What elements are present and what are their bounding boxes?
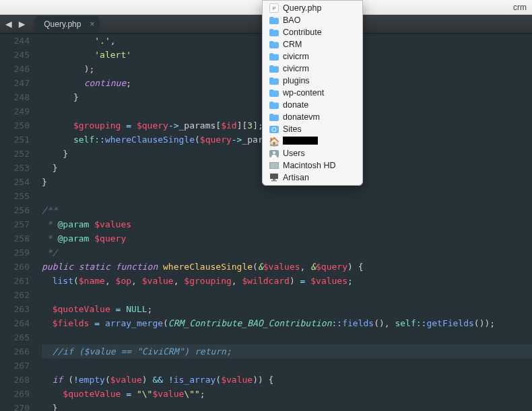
svg-rect-7 xyxy=(271,180,277,182)
folder-icon xyxy=(269,52,279,61)
line-number: 259 xyxy=(0,246,30,260)
code-line[interactable] xyxy=(42,330,532,344)
svg-rect-4 xyxy=(269,162,279,169)
svg-rect-5 xyxy=(270,174,278,179)
line-number: 250 xyxy=(0,118,30,133)
line-number: 254 xyxy=(0,175,30,189)
folder-icon xyxy=(269,112,279,122)
path-popup-item[interactable]: Sites xyxy=(263,123,362,135)
titlebar-right-text: crm xyxy=(513,3,527,12)
path-popup-item[interactable]: Contribute xyxy=(263,26,362,38)
line-number: 248 xyxy=(0,90,30,104)
code-line[interactable]: $fields = array_merge(CRM_Contribute_BAO… xyxy=(42,316,532,330)
path-popup-item[interactable]: civicrm xyxy=(263,63,362,75)
code-line[interactable] xyxy=(42,189,532,203)
hd-icon xyxy=(269,161,279,170)
home-icon: 🏠 xyxy=(269,137,279,146)
path-popup-label: Macintosh HD xyxy=(283,161,336,170)
path-popup-label xyxy=(283,137,318,147)
line-number: 253 xyxy=(0,161,30,175)
folder-icon xyxy=(269,15,279,25)
path-popup-item[interactable]: plugins xyxy=(263,75,362,87)
path-popup-item[interactable]: Macintosh HD xyxy=(263,159,362,172)
line-number: 268 xyxy=(0,373,30,387)
line-number: 244 xyxy=(0,34,30,48)
path-popup-item[interactable]: wp-content xyxy=(263,87,362,99)
path-popup-item[interactable]: CRM xyxy=(263,38,362,50)
line-number-gutter: 2442452462472482492502512522532542552562… xyxy=(0,34,42,411)
line-number: 267 xyxy=(0,359,30,373)
tab-active[interactable]: Query.php × xyxy=(34,16,100,32)
users-icon xyxy=(269,149,279,158)
line-number: 247 xyxy=(0,76,30,90)
line-number: 257 xyxy=(0,217,30,231)
nav-back-icon[interactable]: ◀ xyxy=(3,17,15,30)
svg-rect-0 xyxy=(269,126,279,133)
line-number: 245 xyxy=(0,48,30,62)
tab-label: Query.php xyxy=(44,20,81,29)
mon-icon xyxy=(269,173,279,182)
line-number: 269 xyxy=(0,387,30,401)
path-popup-label: Query.php xyxy=(283,3,321,13)
svg-point-3 xyxy=(273,151,275,154)
path-popup-item[interactable]: 🏠 xyxy=(263,135,362,147)
line-number: 252 xyxy=(0,147,30,161)
line-number: 262 xyxy=(0,288,30,302)
path-popup-label: Sites xyxy=(283,124,302,134)
sites-icon xyxy=(269,124,279,134)
nav-arrows: ◀ ▶ xyxy=(3,17,28,30)
code-line[interactable]: $quoteValue = NULL; xyxy=(42,302,532,316)
php-icon: P xyxy=(269,3,279,13)
path-popup-item[interactable]: BAO xyxy=(263,14,362,26)
code-line[interactable]: if (!empty($value) && !is_array($value))… xyxy=(42,373,532,387)
line-number: 265 xyxy=(0,330,30,344)
line-number: 251 xyxy=(0,133,30,147)
path-popup-label: civicrm xyxy=(283,52,309,61)
path-popup-item[interactable]: Users xyxy=(263,147,362,159)
path-popup[interactable]: PQuery.phpBAOContributeCRMcivicrmcivicrm… xyxy=(262,0,363,186)
folder-icon xyxy=(269,100,279,110)
line-number: 246 xyxy=(0,62,30,76)
code-line[interactable]: * @param $values xyxy=(42,217,532,231)
path-popup-label: CRM xyxy=(283,40,302,49)
code-line[interactable]: $quoteValue = "\"$value\""; xyxy=(42,387,532,401)
path-popup-item[interactable]: PQuery.php xyxy=(263,2,362,14)
path-popup-label: Contribute xyxy=(283,28,322,37)
path-popup-item[interactable]: civicrm xyxy=(263,50,362,63)
line-number: 249 xyxy=(0,104,30,118)
folder-icon xyxy=(269,28,279,37)
path-popup-label: wp-content xyxy=(283,88,324,98)
code-line[interactable]: list($name, $op, $value, $grouping, $wil… xyxy=(42,274,532,288)
path-popup-label: donatevm xyxy=(283,112,320,122)
folder-icon xyxy=(269,76,279,85)
svg-rect-6 xyxy=(273,179,275,180)
folder-icon xyxy=(269,64,279,73)
path-popup-label: BAO xyxy=(283,15,300,25)
path-popup-item[interactable]: donatevm xyxy=(263,111,362,123)
close-icon[interactable]: × xyxy=(90,20,94,29)
path-popup-item[interactable]: Artisan xyxy=(263,172,362,184)
nav-forward-icon[interactable]: ▶ xyxy=(16,17,28,30)
folder-icon xyxy=(269,40,279,49)
code-line[interactable]: * @param $query xyxy=(42,231,532,246)
path-popup-label: plugins xyxy=(283,76,310,85)
line-number: 260 xyxy=(0,260,30,274)
line-number: 255 xyxy=(0,189,30,203)
code-line[interactable] xyxy=(42,359,532,373)
line-number: 263 xyxy=(0,302,30,316)
code-line[interactable]: /** xyxy=(42,203,532,217)
code-line[interactable] xyxy=(42,288,532,302)
path-popup-label: Artisan xyxy=(283,173,309,182)
path-popup-label: Users xyxy=(283,149,305,158)
code-line[interactable]: //if ($value == "CiviCRM") return; xyxy=(42,344,532,359)
code-line[interactable]: public static function whereClauseSingle… xyxy=(42,260,532,274)
folder-icon xyxy=(269,88,279,98)
path-popup-item[interactable]: donate xyxy=(263,99,362,111)
line-number: 270 xyxy=(0,401,30,411)
code-line[interactable]: */ xyxy=(42,246,532,260)
path-popup-label: donate xyxy=(283,100,308,110)
path-popup-label: civicrm xyxy=(283,64,309,73)
code-line[interactable]: } xyxy=(42,401,532,411)
line-number: 264 xyxy=(0,316,30,330)
line-number: 261 xyxy=(0,274,30,288)
